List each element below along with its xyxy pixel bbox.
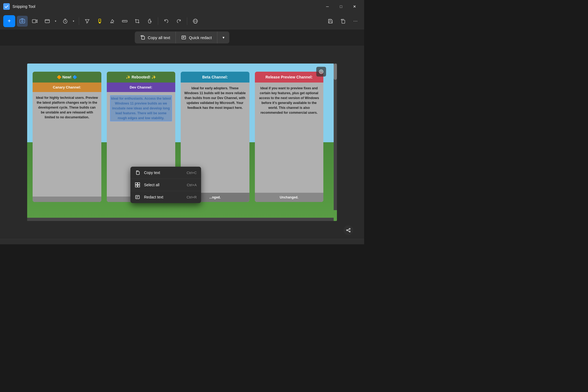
copy-text-label: Copy text bbox=[144, 170, 183, 175]
quick-redact-icon bbox=[181, 35, 186, 40]
redo-button[interactable] bbox=[173, 16, 184, 27]
separator-3 bbox=[187, 17, 187, 25]
video-icon bbox=[32, 18, 37, 24]
copy-all-text-icon bbox=[140, 35, 145, 40]
share-icon bbox=[346, 228, 351, 233]
screenshot-container: 🔶 New! 🔷 Canary Channel: Ideal for highl… bbox=[27, 64, 337, 221]
canary-subheader-text: Canary Channel: bbox=[53, 85, 81, 89]
release-footer-text: Unchanged. bbox=[280, 195, 298, 199]
redact-text-label: Redact text bbox=[144, 195, 183, 199]
filter-button[interactable] bbox=[82, 16, 93, 27]
status-bar bbox=[0, 239, 364, 244]
quick-redact-button[interactable]: Quick redact bbox=[176, 31, 217, 43]
copy-all-text-button[interactable]: Copy all text bbox=[135, 31, 176, 43]
crop-button[interactable] bbox=[132, 16, 143, 27]
svg-point-37 bbox=[349, 231, 350, 232]
screenshot-capture-btn[interactable] bbox=[316, 67, 326, 77]
beta-header: Beta Channel: bbox=[181, 72, 249, 83]
highlighter-icon bbox=[97, 18, 102, 24]
svg-rect-1 bbox=[20, 19, 25, 23]
screenshot-button[interactable] bbox=[17, 16, 28, 27]
copy-toolbar-button[interactable] bbox=[337, 16, 348, 27]
canary-footer bbox=[33, 197, 101, 202]
web-button[interactable] bbox=[190, 16, 201, 27]
action-bar-inner: Copy all text Quick redact ▾ bbox=[135, 31, 230, 43]
window-button[interactable] bbox=[42, 16, 53, 27]
svg-rect-4 bbox=[45, 20, 49, 23]
undo-button[interactable] bbox=[161, 16, 172, 27]
highlighter-button[interactable] bbox=[94, 16, 105, 27]
window-icon bbox=[45, 18, 50, 24]
svg-rect-25 bbox=[136, 172, 139, 175]
release-header: Release Preview Channel: bbox=[255, 72, 324, 83]
svg-rect-3 bbox=[32, 20, 36, 23]
save-button[interactable] bbox=[325, 16, 336, 27]
app-title: Snipping Tool bbox=[12, 4, 318, 9]
filter-icon bbox=[85, 18, 90, 24]
video-button[interactable] bbox=[29, 16, 40, 27]
context-menu-copy[interactable]: Copy text Ctrl+C bbox=[130, 167, 201, 179]
touch-button[interactable] bbox=[144, 16, 155, 27]
svg-rect-30 bbox=[136, 195, 139, 199]
context-menu-select-all[interactable]: Select all Ctrl+A bbox=[130, 179, 201, 191]
release-body-text: Ideal if you want to preview fixes and c… bbox=[259, 86, 319, 115]
timer-dropdown-arrow[interactable]: ▾ bbox=[71, 16, 76, 27]
toolbar: + ▾ ▾ bbox=[0, 13, 364, 29]
close-button[interactable]: ✕ bbox=[348, 2, 361, 11]
canary-body: Ideal for highly technical users. Previe… bbox=[33, 92, 101, 197]
titlebar: Snipping Tool ─ □ ✕ bbox=[0, 0, 364, 13]
svg-point-33 bbox=[319, 70, 323, 74]
new-button[interactable]: + bbox=[3, 15, 15, 27]
separator-1 bbox=[79, 17, 79, 25]
copy-text-icon bbox=[135, 170, 140, 175]
select-all-label: Select all bbox=[144, 183, 183, 187]
svg-rect-19 bbox=[329, 21, 332, 23]
beta-header-text: Beta Channel: bbox=[202, 75, 228, 79]
redact-text-shortcut: Ctrl+R bbox=[187, 195, 197, 199]
timer-selector[interactable]: ▾ bbox=[60, 16, 76, 27]
ruler-button[interactable] bbox=[119, 16, 130, 27]
svg-rect-11 bbox=[122, 20, 127, 22]
share-button[interactable] bbox=[343, 225, 353, 235]
canary-body-text: Ideal for highly technical users. Previe… bbox=[36, 96, 98, 119]
window-dropdown-arrow[interactable]: ▾ bbox=[53, 16, 58, 27]
quick-redact-label: Quick redact bbox=[189, 35, 212, 40]
svg-point-35 bbox=[349, 228, 350, 229]
quick-redact-dropdown[interactable]: ▾ bbox=[217, 31, 229, 43]
separator-2 bbox=[158, 17, 158, 25]
scrollbar-horizontal[interactable] bbox=[27, 218, 334, 221]
main-content: 🔶 New! 🔷 Canary Channel: Ideal for highl… bbox=[0, 46, 364, 239]
capture-icon bbox=[319, 69, 324, 74]
svg-point-2 bbox=[21, 20, 23, 22]
svg-rect-26 bbox=[135, 183, 137, 185]
action-bar: Copy all text Quick redact ▾ bbox=[0, 29, 364, 46]
dev-subheader-text: Dev Channel: bbox=[130, 85, 152, 89]
release-footer: Unchanged. bbox=[255, 193, 324, 202]
canary-subheader: Canary Channel: bbox=[33, 83, 101, 92]
svg-point-36 bbox=[346, 230, 348, 231]
context-menu: Copy text Ctrl+C Select all Ctrl+A bbox=[130, 167, 201, 203]
dev-body-text: Ideal for enthusiasts. Access the latest… bbox=[110, 95, 172, 121]
scrollbar-vertical[interactable] bbox=[334, 64, 337, 210]
context-menu-redact[interactable]: Redact text Ctrl+R bbox=[130, 191, 201, 203]
maximize-button[interactable]: □ bbox=[335, 2, 347, 11]
timer-button[interactable] bbox=[60, 16, 71, 27]
window-controls: ─ □ ✕ bbox=[321, 2, 361, 11]
copy-text-shortcut: Ctrl+C bbox=[187, 171, 197, 175]
timer-icon bbox=[62, 18, 68, 24]
eraser-button[interactable] bbox=[107, 16, 118, 27]
touch-icon bbox=[147, 18, 152, 24]
copy-icon bbox=[340, 18, 346, 24]
release-header-text: Release Preview Channel: bbox=[265, 75, 313, 79]
dev-header-text: ✨ Rebooted! ✨ bbox=[126, 75, 156, 79]
eraser-icon bbox=[110, 18, 115, 24]
canary-card: 🔶 New! 🔷 Canary Channel: Ideal for highl… bbox=[33, 72, 101, 202]
select-all-icon bbox=[135, 182, 140, 188]
svg-rect-27 bbox=[138, 183, 140, 185]
window-selector[interactable]: ▾ bbox=[42, 16, 58, 27]
dev-subheader: Dev Channel: bbox=[107, 83, 176, 92]
minimize-button[interactable]: ─ bbox=[321, 2, 334, 11]
svg-rect-22 bbox=[182, 36, 186, 39]
scrollbar-thumb-v[interactable] bbox=[334, 64, 337, 80]
more-button[interactable]: ⋯ bbox=[350, 16, 361, 27]
